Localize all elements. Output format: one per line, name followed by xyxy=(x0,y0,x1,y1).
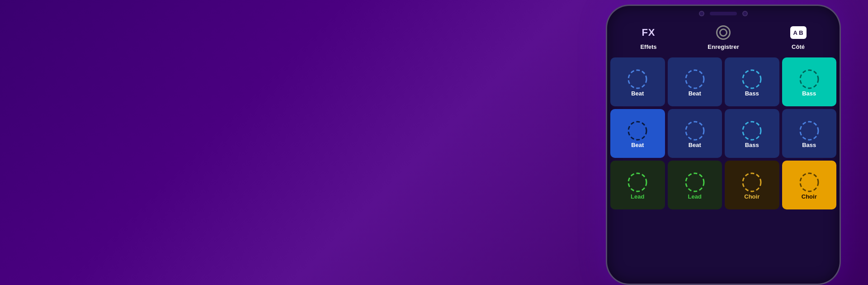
pad-label: Beat xyxy=(631,142,644,148)
pad-ring-icon xyxy=(798,171,820,193)
svg-point-0 xyxy=(628,70,646,88)
pad-label: Choir xyxy=(744,193,760,200)
fx-button[interactable]: FX Effets xyxy=(640,24,656,50)
svg-point-10 xyxy=(743,173,761,191)
pad-3-2[interactable]: Lead xyxy=(668,161,722,209)
pad-2-1[interactable]: Beat xyxy=(610,109,665,158)
svg-point-4 xyxy=(628,122,646,140)
pad-label: Choir xyxy=(802,193,817,200)
pad-ring-icon xyxy=(627,120,648,142)
header-controls: FX Effets Enregistrer A B Côté xyxy=(606,20,841,57)
phone-top-bar xyxy=(606,5,841,20)
pad-label: Bass xyxy=(802,142,816,148)
phone-wrapper: FX Effets Enregistrer A B Côté xyxy=(606,5,841,285)
ab-badge: A B xyxy=(790,26,807,39)
pad-2-4[interactable]: Bass xyxy=(782,109,837,158)
record-icon xyxy=(715,24,731,41)
svg-point-1 xyxy=(686,70,704,88)
pad-ring-icon xyxy=(684,68,706,90)
pad-label: Beat xyxy=(689,90,701,97)
cote-label: Côté xyxy=(792,43,805,50)
pad-ring-icon xyxy=(741,120,763,142)
pad-1-1[interactable]: Beat xyxy=(610,57,665,106)
pad-ring-icon xyxy=(684,171,706,193)
svg-point-6 xyxy=(743,122,761,140)
svg-point-5 xyxy=(686,122,704,140)
notch-pill xyxy=(710,12,737,15)
pad-3-4[interactable]: Choir xyxy=(782,161,837,209)
pad-1-4[interactable]: Bass xyxy=(782,57,837,106)
svg-point-7 xyxy=(800,122,818,140)
record-label: Enregistrer xyxy=(708,43,739,50)
camera-left xyxy=(699,11,704,16)
pad-ring-icon xyxy=(798,120,820,142)
svg-point-2 xyxy=(743,70,761,88)
pad-3-3[interactable]: Choir xyxy=(725,161,779,209)
pad-ring-icon xyxy=(627,171,648,193)
pad-label: Beat xyxy=(689,142,701,148)
camera-right xyxy=(742,11,748,16)
fx-label: Effets xyxy=(640,43,656,50)
pad-label: Lead xyxy=(688,193,702,200)
ab-icon: A B xyxy=(790,24,807,41)
svg-point-8 xyxy=(628,173,646,191)
pad-label: Lead xyxy=(631,193,644,200)
pad-1-2[interactable]: Beat xyxy=(668,57,722,106)
pad-label: Bass xyxy=(802,90,816,97)
phone-inner: FX Effets Enregistrer A B Côté xyxy=(606,5,841,285)
cote-button[interactable]: A B Côté xyxy=(790,24,807,50)
pads-grid: Beat Beat Bass xyxy=(606,57,841,209)
svg-point-9 xyxy=(686,173,704,191)
svg-point-3 xyxy=(800,70,818,88)
pad-ring-icon xyxy=(741,68,763,90)
pad-ring-icon xyxy=(741,171,763,193)
fx-icon: FX xyxy=(640,24,656,41)
pad-label: Beat xyxy=(631,90,644,97)
svg-point-11 xyxy=(800,173,818,191)
pad-2-2[interactable]: Beat xyxy=(668,109,722,158)
pad-label: Bass xyxy=(745,90,759,97)
pad-label: Bass xyxy=(745,142,759,148)
fx-text: FX xyxy=(642,27,655,38)
pad-ring-icon xyxy=(798,68,820,90)
pad-ring-icon xyxy=(684,120,706,142)
pad-3-1[interactable]: Lead xyxy=(610,161,665,209)
pad-ring-icon xyxy=(627,68,648,90)
record-button[interactable]: Enregistrer xyxy=(708,24,739,50)
pad-2-3[interactable]: Bass xyxy=(725,109,779,158)
pad-1-3[interactable]: Bass xyxy=(725,57,779,106)
